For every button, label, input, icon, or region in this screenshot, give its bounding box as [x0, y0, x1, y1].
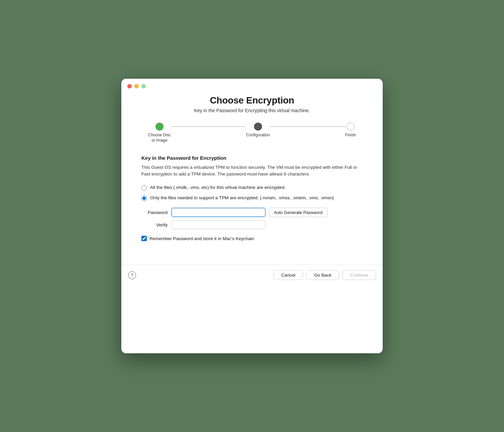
auto-generate-button[interactable]: Auto Generate Password	[269, 208, 327, 217]
help-button[interactable]: ?	[128, 271, 136, 279]
header: Choose Encryption Key in the Password fo…	[141, 95, 363, 113]
step-connector-2	[270, 126, 345, 127]
verify-row: Verify	[141, 220, 363, 229]
step-label-2: Configuration	[246, 133, 270, 138]
password-label: Password	[141, 210, 172, 215]
go-back-button[interactable]: Go Back	[306, 270, 339, 280]
step-configuration: Configuration	[246, 123, 270, 138]
continue-button[interactable]: Continue	[342, 270, 376, 280]
cancel-button[interactable]: Cancel	[273, 270, 303, 280]
radio-item-tpm: Only the files needed to support a TPM a…	[141, 195, 363, 201]
password-input[interactable]	[172, 208, 265, 217]
page-title: Choose Encryption	[141, 95, 363, 106]
verify-input[interactable]	[172, 220, 265, 229]
radio-tpm-files-label[interactable]: Only the files needed to support a TPM a…	[150, 195, 334, 201]
radio-all-files[interactable]	[141, 185, 147, 191]
step-label-3: Finish	[345, 133, 356, 138]
step-circle-1	[155, 123, 164, 131]
step-circle-3	[346, 123, 355, 131]
action-buttons: Cancel Go Back Continue	[273, 270, 376, 280]
title-bar	[121, 79, 383, 92]
password-section: Password Auto Generate Password Verify	[141, 208, 363, 229]
radio-all-files-label[interactable]: All the files (.vmdk, .vmx, etc) for thi…	[150, 185, 286, 191]
section-title: Key in the Password for Encryption	[141, 155, 363, 161]
bottom-bar: ? Cancel Go Back Continue	[121, 265, 383, 285]
maximize-button[interactable]	[141, 84, 146, 88]
radio-item-all: All the files (.vmdk, .vmx, etc) for thi…	[141, 185, 363, 191]
step-finish: Finish	[345, 123, 356, 138]
section-description: This Guest OS requires a virtualized TPM…	[141, 164, 363, 178]
step-choose-disc: Choose Discor Image	[148, 123, 171, 143]
content-area: Choose Encryption Key in the Password fo…	[121, 92, 383, 261]
radio-group: All the files (.vmdk, .vmx, etc) for thi…	[141, 185, 363, 201]
page-subtitle: Key in the Password for Encrypting this …	[141, 108, 363, 113]
minimize-button[interactable]	[134, 84, 139, 88]
close-button[interactable]	[127, 84, 132, 88]
password-input-wrapper: Auto Generate Password	[172, 208, 327, 217]
password-row: Password Auto Generate Password	[141, 208, 363, 217]
radio-tpm-files[interactable]	[141, 196, 147, 201]
step-label-1: Choose Discor Image	[148, 133, 171, 143]
keychain-checkbox[interactable]	[141, 236, 147, 241]
verify-label: Verify	[141, 222, 172, 227]
progress-steps: Choose Discor Image Configuration Finish	[141, 123, 363, 143]
keychain-checkbox-row: Remember Password and store it in Mac's …	[141, 236, 363, 241]
keychain-checkbox-label[interactable]: Remember Password and store it in Mac's …	[149, 236, 254, 241]
main-window: Choose Encryption Key in the Password fo…	[121, 79, 383, 353]
step-circle-2	[254, 123, 262, 131]
step-connector-1	[171, 126, 246, 127]
